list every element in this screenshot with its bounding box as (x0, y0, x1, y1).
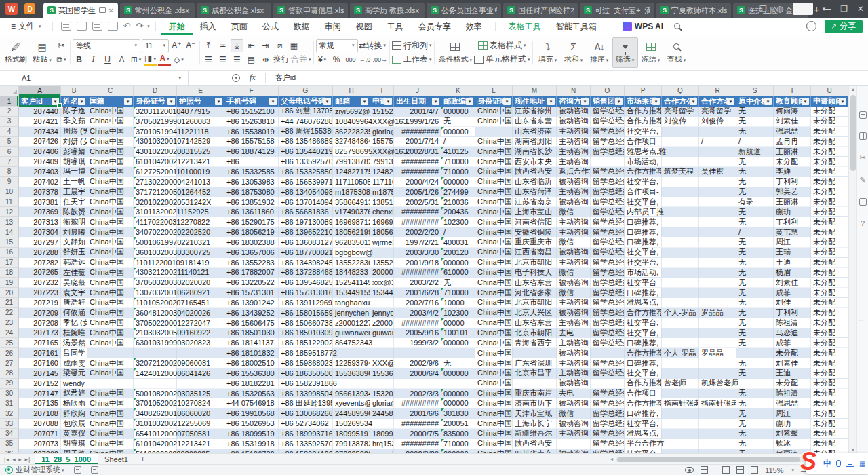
cell-D23[interactable]: 370502200012272047 (134, 318, 177, 328)
cell-O33[interactable]: 留学总经办 (591, 419, 625, 429)
cell-A14[interactable]: 207304 (19, 227, 61, 238)
wrap-text-button[interactable]: 换行 (273, 53, 290, 66)
cell-Q13[interactable] (662, 217, 699, 227)
cell-A5[interactable]: 207426 (19, 137, 61, 147)
cell-P9[interactable]: 社交平台, (625, 177, 662, 187)
cell-C20[interactable]: China中国 (87, 288, 134, 298)
cell-J10[interactable]: 2005/1/26 (394, 187, 441, 197)
cell-G35[interactable]: +86 1335925706 (279, 439, 333, 449)
strikethrough-button[interactable]: A (115, 53, 128, 66)
cell-I18[interactable]: 200000@qq (370, 268, 394, 278)
cell-P16[interactable]: 社交平台, (625, 248, 662, 258)
cell-S34[interactable]: 无 (736, 429, 774, 439)
cell-N19[interactable]: 被动咨询 (557, 278, 591, 288)
find-button[interactable]: 查找▾ (664, 37, 690, 68)
cell-H33[interactable]: 150269534 (333, 419, 370, 429)
cell-D25[interactable]: 630103199903020823 (134, 338, 177, 348)
cell-M6[interactable]: 湖南省长沙 (513, 147, 557, 157)
column-header-J[interactable]: J (394, 86, 441, 96)
cell-C5[interactable]: China中国 (87, 137, 134, 147)
scroll-left-icon[interactable]: ◂ (610, 457, 613, 462)
cell-B8[interactable]: 冯一博 (男) (61, 167, 87, 177)
column-header-U[interactable]: U (811, 86, 848, 96)
cell-U33[interactable]: 未分配 (811, 419, 848, 429)
filter-dropdown-button[interactable]: ▾ (323, 98, 331, 105)
cell-L12[interactable]: China中国 (475, 207, 513, 217)
cell-I25[interactable] (370, 338, 394, 348)
fill-button[interactable]: ⤵ 填充▾ (535, 37, 561, 68)
header-cell-Q1[interactable]: 合作方公司▾ (662, 96, 699, 107)
cell-C2[interactable]: China中国 (87, 107, 134, 117)
cell-I15[interactable]: wjrme221@ (370, 238, 394, 248)
cell-F24[interactable]: +86 18501030 (224, 328, 279, 339)
cell-T12[interactable]: 蒯玏 (774, 207, 811, 217)
column-header-T[interactable]: T (774, 86, 811, 96)
cell-L13[interactable]: China中国 (475, 217, 513, 227)
cell-S5[interactable]: / (736, 137, 774, 147)
cell-C6[interactable]: China中国 (87, 147, 134, 157)
cell-N32[interactable]: 微信 (557, 408, 591, 419)
cell-S32[interactable]: 无 (736, 408, 774, 419)
cell-G17[interactable]: +86 1343982452 (279, 258, 333, 268)
cell-N30[interactable]: 去电 (557, 389, 591, 399)
cell-D13[interactable]: 411702200312270822 (134, 217, 177, 227)
italic-button[interactable]: I (87, 53, 100, 66)
row-header-35[interactable]: 35 (0, 439, 19, 449)
cell-Q30[interactable] (662, 389, 699, 399)
cell-N27[interactable]: 主动咨询 (557, 358, 591, 368)
cell-R4[interactable] (699, 127, 736, 137)
cell-B6[interactable]: 彭睿婧 (女) (61, 147, 87, 157)
cell-R30[interactable] (699, 389, 736, 399)
cell-O17[interactable]: 留学总经办 (591, 258, 625, 268)
cell-N25[interactable]: 主动咨询 (557, 338, 591, 348)
cell-M22[interactable]: 北京大兴区 (513, 308, 557, 318)
cell-Q7[interactable] (662, 157, 699, 167)
cell-F34[interactable]: +86 18099519 (224, 429, 279, 439)
cell-U8[interactable]: 未分配 (811, 167, 848, 177)
cell-F23[interactable]: +86 15606475 (224, 318, 279, 328)
cell-F14[interactable]: +86 18056219 (224, 227, 279, 238)
cell-T24[interactable]: 马恋迪 (774, 328, 811, 339)
cell-D4[interactable]: 370105199411221118 (134, 127, 177, 137)
column-header-N[interactable]: N (557, 86, 591, 96)
convert-button[interactable]: ⇄ 转换▾ (359, 39, 387, 52)
cell-F17[interactable]: +86 13552283 (224, 258, 279, 268)
cell-I13[interactable]: 169698712 (370, 217, 394, 227)
cell-T8[interactable]: 李婵 (774, 167, 811, 177)
cell-K8[interactable]: 710000 (441, 167, 475, 177)
cell-R11[interactable] (699, 197, 736, 208)
cell-H13[interactable]: 169698712 (333, 217, 370, 227)
vertical-scroll-thumb[interactable] (850, 95, 856, 171)
cell-L17[interactable]: China中国 (475, 258, 513, 268)
sort-button[interactable]: A↓ 排序▾ (587, 37, 612, 68)
cell-I33[interactable] (370, 419, 394, 429)
cell-Q5[interactable] (662, 137, 699, 147)
cell-K11[interactable]: 210036 (441, 197, 475, 208)
docer-logo-icon[interactable]: D (24, 3, 35, 14)
cell-P5[interactable]: 合作项目- (625, 137, 662, 147)
cell-U19[interactable]: 未分配 (811, 278, 848, 288)
cell-T34[interactable]: 刘紫馨 (774, 429, 811, 439)
cell-R5[interactable]: / (699, 137, 736, 147)
cell-B21[interactable]: 唐浩轩 (男) (61, 298, 87, 308)
cell-A28[interactable]: 207145 (19, 368, 61, 379)
cell-O2[interactable]: 留学总经办 (591, 107, 625, 117)
increase-indent-icon[interactable]: ⇥ (259, 39, 272, 52)
cell-Q9[interactable] (662, 177, 699, 187)
cell-L33[interactable]: China中国 (475, 419, 513, 429)
cell-J30[interactable]: 2002/3/3 (394, 389, 441, 399)
cell-O6[interactable]: 留学总经办 (591, 147, 625, 157)
column-header-A[interactable]: A (19, 86, 61, 96)
cell-Q25[interactable] (662, 338, 699, 348)
chevron-down-icon[interactable]: ▾ (62, 468, 64, 473)
cell-U3[interactable]: 未分配 (811, 117, 848, 127)
cell-G5[interactable]: +86 13548668958 (279, 137, 333, 147)
cell-G3[interactable]: +44 7460762888 (279, 117, 333, 127)
cell-S30[interactable]: 无 (736, 389, 774, 399)
cell-T9[interactable]: 丁利利 (774, 177, 811, 187)
cell-G33[interactable]: +86 52734062 (279, 419, 333, 429)
cell-T18[interactable]: 杨眉 (774, 268, 811, 278)
cell-M16[interactable]: 江西省南昌 (513, 248, 557, 258)
cell-M20[interactable]: 河北省张家 (513, 288, 557, 298)
cell-I17[interactable]: 135522836 (370, 258, 394, 268)
